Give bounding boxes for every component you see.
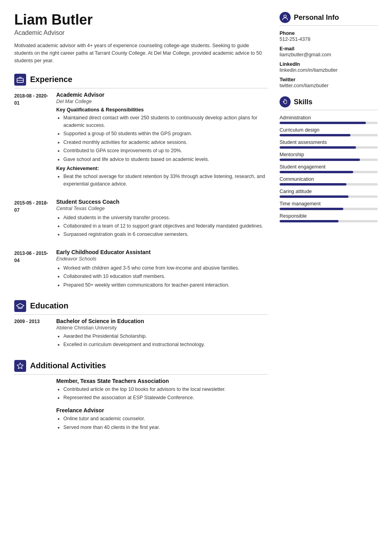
skill-name: Administration (280, 115, 378, 121)
skill-bar-fill (280, 183, 346, 186)
personal-info-field: Phone 512-251-4378 (280, 31, 378, 42)
skill-name: Student engagement (280, 164, 378, 170)
edu-school: Abilene Christian University (56, 325, 268, 331)
info-label: Phone (280, 31, 378, 36)
skills-section: Skills Administration Curriculum design … (280, 96, 378, 222)
personal-info-header: Personal Info (280, 12, 378, 26)
activity-bullet: Contributed article on the top 10 books … (63, 386, 268, 393)
edu-bullet: Excelled in curriculum development and i… (63, 341, 268, 348)
skill-name: Communication (280, 176, 378, 182)
svg-marker-3 (17, 363, 23, 368)
skill-item: Administration (280, 115, 378, 124)
skill-item: Caring attitude (280, 189, 378, 198)
exp-company: Endeavor Schools (56, 256, 268, 262)
exp-bullet: Prepared 50+ weekly written communicatio… (63, 281, 268, 289)
education-entries: 2009 - 2013 Bachelor of Science in Educa… (14, 318, 268, 351)
skill-bar-bg (280, 122, 378, 124)
skills-items: Administration Curriculum design Student… (280, 115, 378, 222)
skill-bar-fill (280, 171, 353, 173)
edu-date: 2009 - 2013 (14, 318, 50, 351)
candidate-summary: Motivated academic advisor with 4+ years… (14, 42, 268, 65)
skill-item: Time management (280, 201, 378, 210)
education-section: Education 2009 - 2013 Bachelor of Scienc… (14, 300, 268, 351)
exp-bullet: Contributed to GPA score improvements of… (63, 147, 268, 155)
exp-date: 2018-08 - 2020-01 (14, 92, 50, 191)
skill-name: Time management (280, 201, 378, 207)
svg-point-4 (284, 15, 286, 17)
skill-bar-bg (280, 171, 378, 173)
svg-marker-2 (16, 304, 24, 308)
skill-bar-bg (280, 146, 378, 149)
skills-title: Skills (294, 98, 312, 106)
activity-bullet: Represented the association at ESP State… (63, 394, 268, 402)
info-value: 512-251-4378 (280, 36, 378, 42)
skill-item: Mentorship (280, 152, 378, 161)
edu-degree: Bachelor of Science in Education (56, 318, 268, 324)
experience-entry: 2018-08 - 2020-01 Academic Advisor Del M… (14, 92, 268, 191)
activities-section-header: Additional Activities (14, 360, 268, 375)
exp-bullet: Surpassed registration goals in 6 consec… (63, 231, 268, 238)
skills-icon (280, 96, 291, 107)
experience-entries: 2018-08 - 2020-01 Academic Advisor Del M… (14, 92, 268, 291)
exp-subheading1: Key Qualifications & Responsibilities (56, 107, 268, 113)
activities-icon (14, 360, 26, 372)
skill-item: Responsible (280, 213, 378, 222)
exp-bullet: Created monthly activities for academic … (63, 139, 268, 146)
skill-name: Mentorship (280, 152, 378, 157)
personal-info-icon (280, 12, 291, 23)
candidate-title: Academic Advisor (14, 29, 268, 36)
exp-content: Early Childhood Educator Assistant Endea… (56, 249, 268, 291)
activity-bullet: Served more than 40 clients in the first… (63, 424, 268, 431)
exp-date: 2013-06 - 2015-04 (14, 249, 50, 291)
education-icon (14, 300, 26, 312)
education-section-header: Education (14, 300, 268, 315)
skill-name: Responsible (280, 213, 378, 219)
skill-bar-bg (280, 220, 378, 222)
personal-info-fields: Phone 512-251-4378 E-mail liamzbutler@gm… (280, 31, 378, 88)
skill-bar-bg (280, 195, 378, 198)
exp-bullet: Maintained direct contact with over 250 … (63, 114, 268, 130)
skill-name: Curriculum design (280, 127, 378, 133)
activity-title: Member, Texas State Teachers Association (56, 378, 268, 384)
activity-title: Freelance Advisor (56, 407, 268, 413)
skill-item: Curriculum design (280, 127, 378, 136)
experience-icon (14, 74, 26, 86)
exp-date: 2015-05 - 2018-07 (14, 199, 50, 241)
info-value: linkedin.com/in/liamzbutler (280, 67, 378, 73)
experience-entry: 2015-05 - 2018-07 Student Success Coach … (14, 199, 268, 241)
skill-bar-fill (280, 134, 350, 136)
skill-bar-fill (280, 195, 348, 198)
exp-bullet: Gave school and life advice to students … (63, 156, 268, 163)
experience-section: Experience 2018-08 - 2020-01 Academic Ad… (14, 74, 268, 291)
skill-name: Student assessments (280, 140, 378, 145)
exp-bullet: Worked with children aged 3-5 who come f… (63, 264, 268, 272)
personal-info-title: Personal Info (294, 13, 339, 22)
skills-header: Skills (280, 96, 378, 110)
exp-content: Academic Advisor Del Mar College Key Qua… (56, 92, 268, 191)
skill-item: Student engagement (280, 164, 378, 173)
activities-entries: Member, Texas State Teachers Association… (14, 378, 268, 432)
experience-title: Experience (30, 75, 72, 84)
edu-content: Bachelor of Science in Education Abilene… (56, 318, 268, 351)
skill-name: Caring attitude (280, 189, 378, 194)
education-title: Education (30, 301, 69, 310)
edu-bullet: Awarded the Presidential Scholarship. (63, 333, 268, 340)
exp-bullet: Collaborated with 10 education staff mem… (63, 273, 268, 280)
skill-bar-bg (280, 159, 378, 161)
activity-entry: Freelance Advisor Online tutor and acade… (56, 407, 268, 431)
exp-company: Central Texas College (56, 206, 268, 211)
exp-bullet: Beat the school average for student rete… (63, 173, 268, 188)
skill-bar-fill (280, 159, 360, 161)
skill-bar-fill (280, 220, 339, 222)
exp-content: Student Success Coach Central Texas Coll… (56, 199, 268, 241)
personal-info-field: E-mail liamzbutler@gmail.com (280, 46, 378, 57)
info-label: E-mail (280, 46, 378, 52)
skill-bar-fill (280, 208, 343, 210)
exp-company: Del Mar College (56, 99, 268, 104)
skill-item: Communication (280, 176, 378, 186)
candidate-name: Liam Butler (14, 12, 268, 28)
experience-entry: 2013-06 - 2015-04 Early Childhood Educat… (14, 249, 268, 291)
skill-bar-bg (280, 208, 378, 210)
exp-bullet: Collaborated in a team of 12 to support … (63, 222, 268, 230)
exp-bullet: Aided students in the university transfe… (63, 214, 268, 222)
